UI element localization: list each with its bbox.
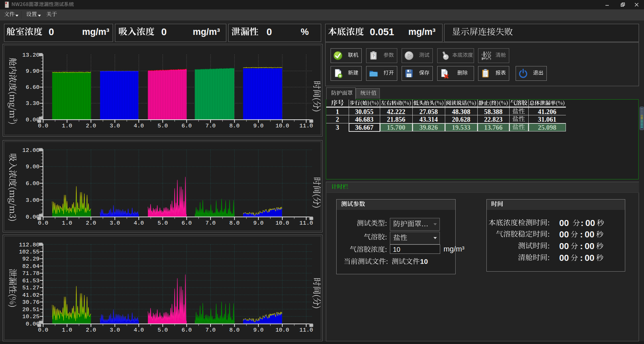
svg-text:1.0: 1.0	[62, 123, 72, 129]
svg-text:7.0: 7.0	[206, 123, 216, 129]
svg-text:10.0: 10.0	[276, 220, 289, 226]
svg-text:1.0: 1.0	[62, 220, 72, 226]
svg-text:3.0: 3.0	[110, 327, 120, 333]
svg-text:8.0: 8.0	[229, 123, 240, 129]
svg-text:8.0: 8.0	[229, 327, 240, 333]
svg-text:3.0: 3.0	[110, 220, 120, 226]
svg-text:6.0: 6.0	[181, 123, 192, 129]
svg-text:11.0: 11.0	[299, 123, 313, 129]
svg-text:9.0: 9.0	[253, 123, 264, 129]
svg-text:2.0: 2.0	[86, 327, 96, 333]
svg-text:3.00: 3.00	[26, 197, 40, 204]
svg-text:?: ?	[372, 54, 375, 58]
svg-text:102.55: 102.55	[19, 249, 39, 255]
svg-text:61.53: 61.53	[22, 278, 40, 284]
svg-text:10.0: 10.0	[276, 327, 289, 333]
svg-text:5.0: 5.0	[158, 220, 168, 226]
svg-text:82.04: 82.04	[22, 263, 40, 270]
svg-text:20.51: 20.51	[22, 306, 40, 313]
svg-text:41.02: 41.02	[22, 292, 40, 298]
svg-text:4.0: 4.0	[134, 123, 144, 129]
svg-text:9.0: 9.0	[253, 327, 264, 333]
svg-text:30.76: 30.76	[22, 299, 40, 305]
svg-text:6.00: 6.00	[26, 180, 40, 187]
svg-text:7.0: 7.0	[206, 220, 216, 226]
svg-text:8.0: 8.0	[229, 220, 240, 226]
svg-text:5.0: 5.0	[158, 327, 168, 333]
svg-text:6.0: 6.0	[181, 327, 192, 333]
svg-text:0.0: 0.0	[38, 123, 48, 129]
svg-text:92.29: 92.29	[22, 256, 40, 262]
svg-text:10.25: 10.25	[22, 313, 40, 320]
svg-text:71.78: 71.78	[22, 270, 40, 277]
svg-text:7.0: 7.0	[206, 327, 216, 333]
svg-text:1.0: 1.0	[62, 327, 72, 333]
svg-text:0.0: 0.0	[38, 220, 48, 226]
svg-text:3.0: 3.0	[110, 123, 120, 129]
svg-text:0.0: 0.0	[38, 327, 48, 333]
svg-text:51.27: 51.27	[22, 285, 40, 291]
svg-text:3.30: 3.30	[26, 100, 40, 107]
svg-text:9.0: 9.0	[253, 220, 264, 226]
svg-text:13.20: 13.20	[22, 52, 40, 58]
svg-text:6.0: 6.0	[181, 220, 192, 226]
svg-text:4.0: 4.0	[134, 327, 144, 333]
svg-text:11.0: 11.0	[299, 220, 313, 226]
svg-text:2.0: 2.0	[86, 220, 96, 226]
svg-text:9.00: 9.00	[26, 164, 40, 170]
svg-text:6.60: 6.60	[26, 84, 40, 91]
svg-text:12.00: 12.00	[22, 147, 40, 154]
svg-text:5.0: 5.0	[158, 123, 168, 129]
svg-text:4.0: 4.0	[134, 220, 144, 226]
svg-text:112.80: 112.80	[19, 242, 39, 248]
svg-text:10.0: 10.0	[276, 123, 289, 129]
svg-text:11.0: 11.0	[299, 327, 313, 333]
svg-text:2.0: 2.0	[86, 123, 96, 129]
svg-text:9.90: 9.90	[26, 68, 40, 74]
